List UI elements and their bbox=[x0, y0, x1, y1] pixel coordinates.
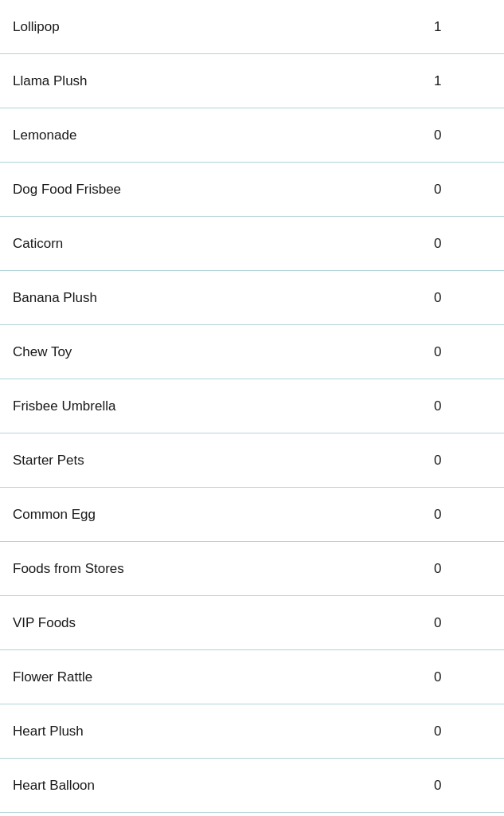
table-row: Common Egg0 bbox=[0, 488, 504, 542]
item-value: 0 bbox=[428, 507, 491, 523]
table-row: Llama Plush1 bbox=[0, 54, 504, 108]
table-row: Heart Balloon0 bbox=[0, 759, 504, 813]
table-row: Heart Plush0 bbox=[0, 704, 504, 759]
table-row: Banana Plush0 bbox=[0, 271, 504, 325]
item-name: Lemonade bbox=[13, 126, 428, 145]
item-name: Lollipop bbox=[13, 18, 428, 37]
item-value: 0 bbox=[428, 344, 491, 360]
item-name: Starter Pets bbox=[13, 451, 428, 470]
item-name: Dog Food Frisbee bbox=[13, 180, 428, 199]
item-name: Frisbee Umbrella bbox=[13, 397, 428, 416]
item-value: 0 bbox=[428, 453, 491, 469]
item-value: 0 bbox=[428, 128, 491, 143]
item-value: 0 bbox=[428, 561, 491, 577]
item-value: 1 bbox=[428, 19, 491, 35]
item-name: VIP Foods bbox=[13, 614, 428, 633]
item-name: Banana Plush bbox=[13, 288, 428, 308]
item-value: 0 bbox=[428, 669, 491, 685]
item-name: Llama Plush bbox=[13, 72, 428, 91]
table-row: Foods from Stores0 bbox=[0, 542, 504, 596]
item-name: Heart Plush bbox=[13, 722, 428, 741]
item-value: 0 bbox=[428, 290, 491, 306]
item-value: 0 bbox=[428, 778, 491, 794]
items-table: Lollipop1Llama Plush1Lemonade0Dog Food F… bbox=[0, 0, 504, 813]
item-value: 0 bbox=[428, 724, 491, 740]
table-row: Caticorn0 bbox=[0, 217, 504, 271]
item-name: Heart Balloon bbox=[13, 776, 428, 795]
item-name: Common Egg bbox=[13, 505, 428, 524]
item-value: 0 bbox=[428, 615, 491, 631]
table-row: Flower Rattle0 bbox=[0, 650, 504, 704]
item-name: Caticorn bbox=[13, 234, 428, 253]
table-row: Lollipop1 bbox=[0, 0, 504, 54]
table-row: Lemonade0 bbox=[0, 108, 504, 163]
item-name: Flower Rattle bbox=[13, 668, 428, 687]
table-row: VIP Foods0 bbox=[0, 596, 504, 650]
table-row: Starter Pets0 bbox=[0, 434, 504, 488]
item-name: Chew Toy bbox=[13, 343, 428, 362]
table-row: Dog Food Frisbee0 bbox=[0, 163, 504, 217]
item-value: 0 bbox=[428, 236, 491, 252]
item-value: 0 bbox=[428, 182, 491, 198]
table-row: Chew Toy0 bbox=[0, 325, 504, 379]
item-name: Foods from Stores bbox=[13, 559, 428, 579]
item-value: 1 bbox=[428, 73, 491, 89]
item-value: 0 bbox=[428, 398, 491, 414]
table-row: Frisbee Umbrella0 bbox=[0, 379, 504, 434]
